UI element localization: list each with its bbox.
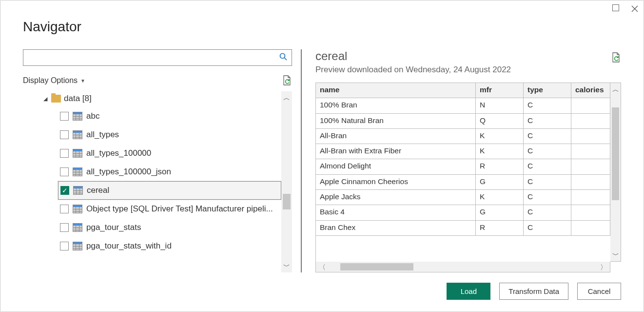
checkbox[interactable] bbox=[60, 223, 69, 232]
tree-item[interactable]: all_types_100000_json bbox=[58, 163, 281, 181]
scroll-thumb[interactable] bbox=[283, 194, 291, 209]
collapse-arrow-icon: ◢ bbox=[43, 96, 48, 102]
preview-title: cereal bbox=[315, 49, 511, 63]
document-refresh-icon bbox=[611, 52, 621, 63]
table-icon bbox=[73, 167, 82, 176]
tree-item[interactable]: ✓cereal bbox=[58, 181, 281, 200]
table-cell: Bran Chex bbox=[316, 221, 476, 236]
checkbox[interactable] bbox=[60, 205, 69, 213]
tree-item[interactable]: all_types bbox=[58, 125, 281, 144]
checkbox[interactable] bbox=[60, 167, 69, 176]
column-header[interactable]: calories bbox=[571, 83, 610, 98]
table-row[interactable]: Basic 4GC bbox=[316, 205, 610, 220]
scroll-track[interactable] bbox=[281, 101, 292, 263]
scroll-thumb[interactable] bbox=[612, 107, 619, 200]
dialog-footer: Load Transform Data Cancel bbox=[447, 283, 621, 300]
table-cell: 100% Natural Bran bbox=[316, 114, 476, 129]
scroll-left-icon[interactable]: 〈 bbox=[319, 264, 326, 270]
document-refresh-icon bbox=[282, 75, 292, 86]
search-box[interactable] bbox=[23, 49, 292, 66]
table-cell bbox=[571, 114, 610, 129]
table-cell: Apple Cinnamon Cheerios bbox=[316, 175, 476, 190]
tree-root-node[interactable]: ◢ data [8] bbox=[43, 91, 281, 106]
table-cell: C bbox=[524, 205, 571, 220]
table-icon bbox=[73, 149, 82, 158]
table-cell: C bbox=[524, 190, 571, 205]
scroll-track[interactable] bbox=[326, 262, 600, 272]
column-header[interactable]: mfr bbox=[476, 83, 524, 98]
maximize-button[interactable] bbox=[612, 4, 619, 13]
table-cell: G bbox=[476, 205, 524, 220]
tree-item[interactable]: Object type [SQL Driver Test] Manufactur… bbox=[58, 200, 281, 218]
table-icon bbox=[73, 223, 82, 232]
table-cell: All-Bran bbox=[316, 129, 476, 144]
tree-item-label: all_types_100000_json bbox=[86, 167, 278, 177]
search-input[interactable] bbox=[23, 50, 275, 65]
table-cell: R bbox=[476, 221, 524, 236]
tree-scrollbar[interactable]: ︿ ﹀ bbox=[281, 91, 292, 272]
column-header[interactable]: type bbox=[524, 83, 571, 98]
table-row[interactable]: 100% BranNC bbox=[316, 98, 610, 113]
refresh-preview-button[interactable] bbox=[611, 52, 621, 63]
table-cell: C bbox=[524, 129, 571, 144]
table-cell: C bbox=[524, 221, 571, 236]
table-icon bbox=[73, 112, 82, 121]
table-cell: C bbox=[524, 144, 571, 159]
table-cell bbox=[571, 129, 610, 144]
svg-point-0 bbox=[280, 54, 285, 59]
display-options-label: Display Options bbox=[23, 76, 78, 85]
table-icon bbox=[73, 130, 82, 139]
tree-item[interactable]: pga_tour_stats bbox=[58, 218, 281, 237]
scroll-track[interactable] bbox=[610, 93, 621, 251]
transform-data-button[interactable]: Transform Data bbox=[499, 283, 568, 300]
checkbox[interactable] bbox=[60, 242, 69, 250]
table-cell bbox=[571, 221, 610, 236]
tree-item[interactable]: pga_tour_stats_with_id bbox=[58, 237, 281, 255]
scroll-up-icon[interactable]: ︿ bbox=[283, 94, 290, 101]
page-title: Navigator bbox=[23, 19, 81, 35]
maximize-icon bbox=[612, 4, 619, 11]
table-cell bbox=[571, 144, 610, 159]
table-cell: 100% Bran bbox=[316, 98, 476, 113]
cancel-button[interactable]: Cancel bbox=[577, 283, 621, 300]
tree-item-label: pga_tour_stats bbox=[86, 223, 278, 232]
navigator-tree: ◢ data [8] abcall_typesall_types_100000a… bbox=[23, 91, 281, 272]
navigator-left-pane: Display Options ▼ ◢ data [8] bbox=[23, 49, 301, 272]
table-cell: K bbox=[476, 129, 524, 144]
table-cell: Apple Jacks bbox=[316, 190, 476, 205]
scroll-right-icon[interactable]: 〉 bbox=[600, 264, 607, 270]
table-row[interactable]: All-BranKC bbox=[316, 129, 610, 144]
refresh-tree-button[interactable] bbox=[282, 75, 292, 86]
table-cell: K bbox=[476, 190, 524, 205]
table-cell: Almond Delight bbox=[316, 159, 476, 174]
close-button[interactable] bbox=[631, 5, 639, 13]
table-vertical-scrollbar[interactable]: ︿ ﹀ bbox=[610, 83, 621, 262]
scroll-up-icon[interactable]: ︿ bbox=[612, 86, 619, 93]
checkbox[interactable] bbox=[60, 130, 69, 139]
table-row[interactable]: Apple JacksKC bbox=[316, 190, 610, 205]
table-row[interactable]: Almond DelightRC bbox=[316, 159, 610, 174]
table-horizontal-scrollbar[interactable]: 〈 〉 bbox=[315, 262, 610, 272]
table-cell: K bbox=[476, 144, 524, 159]
tree-item[interactable]: all_types_100000 bbox=[58, 144, 281, 163]
search-icon[interactable] bbox=[275, 53, 292, 62]
checkbox[interactable] bbox=[60, 112, 69, 121]
close-icon bbox=[631, 5, 639, 13]
table-row[interactable]: All-Bran with Extra FiberKC bbox=[316, 144, 610, 159]
table-row[interactable]: 100% Natural BranQC bbox=[316, 114, 610, 129]
checkbox[interactable] bbox=[60, 149, 69, 158]
table-row[interactable]: Bran ChexRC bbox=[316, 221, 610, 236]
preview-subtitle: Preview downloaded on Wednesday, 24 Augu… bbox=[315, 65, 511, 75]
scroll-down-icon[interactable]: ﹀ bbox=[612, 251, 619, 258]
tree-item[interactable]: abc bbox=[58, 107, 281, 125]
table-row[interactable]: Apple Cinnamon CheeriosGC bbox=[316, 175, 610, 190]
load-button[interactable]: Load bbox=[447, 283, 490, 300]
preview-table[interactable]: namemfrtypecalories100% BranNC100% Natur… bbox=[315, 83, 610, 262]
checkbox[interactable]: ✓ bbox=[60, 186, 69, 195]
column-header[interactable]: name bbox=[316, 83, 476, 98]
chevron-down-icon: ▼ bbox=[80, 78, 85, 83]
display-options-dropdown[interactable]: Display Options ▼ bbox=[23, 76, 85, 85]
scroll-thumb[interactable] bbox=[340, 263, 413, 270]
table-cell: C bbox=[524, 175, 571, 190]
scroll-down-icon[interactable]: ﹀ bbox=[283, 263, 290, 270]
